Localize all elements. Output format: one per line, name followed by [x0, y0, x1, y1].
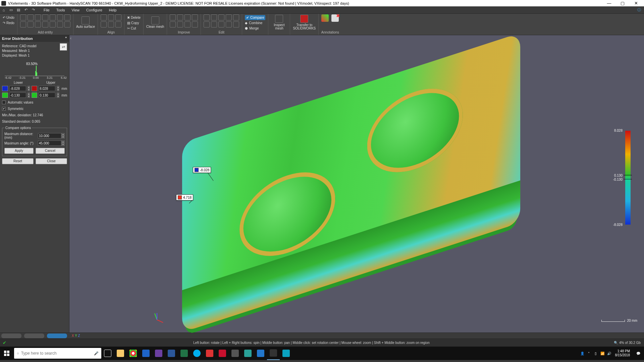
- tb-outlook[interactable]: [140, 347, 152, 360]
- menu-help[interactable]: Help: [106, 6, 120, 14]
- apply-button[interactable]: Apply: [4, 148, 34, 154]
- panel-btn-3[interactable]: [47, 334, 67, 338]
- symmetric-checkbox[interactable]: ✔Symmetric: [2, 107, 67, 111]
- max-distance-input[interactable]: [38, 133, 61, 138]
- tb-explorer[interactable]: [114, 347, 127, 360]
- viewport[interactable]: ‹ -8.028 4.718 8.028 0.130 -0.130: [69, 35, 644, 333]
- new-icon[interactable]: ▭: [7, 6, 15, 14]
- start-button[interactable]: [0, 347, 13, 360]
- delete-button[interactable]: ✖ Delete: [127, 15, 141, 20]
- tb-app-p[interactable]: [280, 347, 292, 360]
- compare-toggle[interactable]: ✔ Compare: [245, 15, 265, 20]
- tb-solidworks[interactable]: [216, 347, 229, 360]
- tray-battery-icon[interactable]: ▯: [592, 352, 599, 355]
- max-angle-input[interactable]: [38, 140, 61, 146]
- lower-inner-input[interactable]: [9, 93, 26, 98]
- menu-tools[interactable]: Tools: [53, 6, 68, 14]
- align-4-icon[interactable]: [101, 21, 107, 27]
- annotation-callout-1[interactable]: -8.028: [193, 167, 211, 173]
- clean-mesh-button[interactable]: Clean mesh: [146, 14, 164, 31]
- merge-button[interactable]: ⬢ Merge: [245, 26, 265, 31]
- lower-inner-swatch[interactable]: [2, 93, 8, 98]
- combine-button[interactable]: ◆ Combine: [245, 20, 265, 25]
- align-1-icon[interactable]: [101, 14, 107, 20]
- improve-2-icon[interactable]: [177, 14, 183, 20]
- entity-circle-icon[interactable]: [35, 14, 41, 20]
- edit-2-icon[interactable]: [211, 14, 217, 20]
- improve-4-icon[interactable]: [192, 14, 198, 20]
- home-icon[interactable]: ⌂: [0, 6, 7, 14]
- info-icon[interactable]: ⓘ: [635, 7, 643, 12]
- tb-app-red[interactable]: [203, 347, 216, 360]
- inspect-mesh-button[interactable]: Inspectmesh: [271, 14, 287, 31]
- entity-cone-icon[interactable]: [35, 21, 41, 27]
- auto-surface-button[interactable]: Auto surface: [76, 14, 95, 31]
- tb-app-dark[interactable]: [229, 347, 241, 360]
- improve-6-icon[interactable]: [177, 21, 183, 27]
- maximize-button[interactable]: ▢: [616, 0, 629, 6]
- upper-outer-swatch[interactable]: [32, 86, 38, 91]
- max-distance-spinner[interactable]: ▲▼: [61, 133, 65, 138]
- edit-8-icon[interactable]: [218, 21, 224, 27]
- copy-button[interactable]: ▤ Copy: [127, 20, 141, 25]
- entity-rect-icon[interactable]: [64, 14, 70, 20]
- lower-outer-input[interactable]: [9, 86, 26, 91]
- notifications-icon[interactable]: 💬: [633, 352, 644, 355]
- entity-line-icon[interactable]: [20, 14, 26, 20]
- taskbar-search[interactable]: ○ 🎤: [14, 348, 101, 359]
- tb-skype[interactable]: [191, 347, 203, 360]
- edit-5-icon[interactable]: [233, 14, 239, 20]
- undo-icon[interactable]: ↶: [22, 6, 30, 14]
- annotation-del-icon[interactable]: ✖: [331, 14, 339, 22]
- panel-btn-2[interactable]: [24, 334, 44, 338]
- entity-cyl-icon[interactable]: [28, 21, 34, 27]
- close-button[interactable]: ✕: [629, 0, 643, 6]
- upper-outer-spinner[interactable]: ▲▼: [57, 86, 59, 91]
- edit-9-icon[interactable]: [226, 21, 232, 27]
- annotation-add-icon[interactable]: [321, 14, 329, 22]
- lower-outer-spinner[interactable]: ▲▼: [28, 86, 30, 91]
- edit-10-icon[interactable]: [233, 21, 239, 27]
- redo-icon[interactable]: ↷: [30, 6, 37, 14]
- improve-1-icon[interactable]: [170, 14, 176, 20]
- undo-button[interactable]: ↶ Undo: [3, 15, 14, 20]
- entity-point-icon[interactable]: [57, 21, 63, 27]
- max-angle-spinner[interactable]: ▲▼: [61, 140, 65, 146]
- save-icon[interactable]: ▤: [15, 6, 22, 14]
- edit-7-icon[interactable]: [211, 21, 217, 27]
- swap-ref-meas-button[interactable]: ⮂: [60, 43, 67, 51]
- annotation-callout-2[interactable]: 4.718: [176, 194, 193, 200]
- entity-ellipse-icon[interactable]: [50, 14, 56, 20]
- entity-curve-icon[interactable]: [64, 21, 70, 27]
- align-5-icon[interactable]: [108, 21, 114, 27]
- improve-3-icon[interactable]: [184, 14, 191, 20]
- panel-btn-1[interactable]: [1, 334, 21, 338]
- tray-network-icon[interactable]: 📶: [599, 352, 606, 355]
- upper-inner-swatch[interactable]: [32, 93, 38, 98]
- panel-header[interactable]: Error Distribution ˄: [0, 35, 69, 42]
- edit-6-icon[interactable]: [204, 21, 210, 27]
- upper-inner-input[interactable]: [39, 93, 55, 98]
- tb-app-purple[interactable]: [152, 347, 165, 360]
- tray-people-icon[interactable]: 👤: [579, 352, 586, 355]
- entity-plane-icon[interactable]: [20, 21, 26, 27]
- align-3-icon[interactable]: [115, 14, 121, 20]
- cut-button[interactable]: ✂ Cut: [127, 26, 141, 31]
- entity-sphere-icon[interactable]: [42, 21, 48, 27]
- entity-slot-icon[interactable]: [42, 14, 48, 20]
- search-input[interactable]: [21, 351, 94, 356]
- entity-torus-icon[interactable]: [50, 21, 56, 27]
- taskbar-clock[interactable]: 1:48 PM8/15/2018: [612, 349, 633, 357]
- reset-button[interactable]: Reset: [2, 158, 34, 164]
- redo-button[interactable]: ↷ Redo: [3, 20, 14, 25]
- automatic-values-checkbox[interactable]: Automatic values: [2, 101, 67, 104]
- improve-5-icon[interactable]: [170, 21, 176, 27]
- entity-arc-icon[interactable]: [28, 14, 34, 20]
- panel-collapse-icon[interactable]: ˄: [65, 37, 67, 41]
- close-panel-button[interactable]: Close: [36, 158, 67, 164]
- tb-word[interactable]: [165, 347, 178, 360]
- upper-inner-spinner[interactable]: ▲▼: [57, 93, 59, 98]
- improve-8-icon[interactable]: [192, 21, 198, 27]
- upper-outer-input[interactable]: [39, 86, 55, 91]
- mic-icon[interactable]: 🎤: [94, 351, 99, 356]
